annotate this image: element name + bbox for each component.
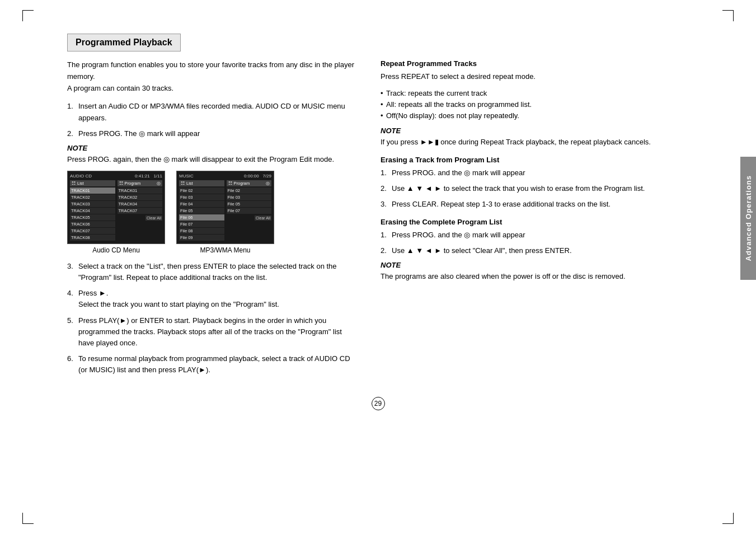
prog-col-header-mp3: ☷Program◎ bbox=[227, 180, 272, 186]
list-col-audio: ☷List TRACK01 TRACK02 TRACK03 TRACK04 TR… bbox=[70, 180, 115, 241]
mp3-prog-07: File 07 bbox=[227, 208, 272, 214]
audio-track-02: TRACK02 bbox=[70, 194, 115, 200]
intro-line1: The program function enables you to stor… bbox=[67, 59, 358, 94]
step-2: 2. Press PROG. The ◎ mark will appear bbox=[67, 128, 358, 139]
erase-complete-step-2: 2. Use ▲ ▼ ◄ ► to select "Clear All", th… bbox=[381, 245, 672, 256]
page-number: 29 bbox=[372, 397, 385, 410]
mp3-file-07: File 07 bbox=[179, 221, 224, 227]
erase-step-2: 2. Use ▲ ▼ ◄ ► to select the track that … bbox=[381, 183, 672, 194]
mp3-prog-02: File 02 bbox=[227, 188, 272, 194]
mp3-screen-label: MP3/WMA Menu bbox=[200, 246, 250, 254]
prog-col-header-audio: ☷Program◎ bbox=[118, 180, 163, 186]
repeat-note-text: If you press ►►▮ once during Repeat Trac… bbox=[381, 137, 672, 148]
mp3-file-04: File 04 bbox=[179, 201, 224, 207]
audio-track-07: TRACK07 bbox=[70, 228, 115, 234]
section-title: Programmed Playback bbox=[76, 38, 172, 47]
audio-screen-label: Audio CD Menu bbox=[92, 246, 140, 254]
erase-complete-title: Erasing the Complete Program List bbox=[381, 218, 672, 226]
list-col-header-audio: ☷List bbox=[70, 180, 115, 186]
step-1: 1. Insert an Audio CD or MP3/WMA files r… bbox=[67, 101, 358, 123]
screens-container: AUDIO CD 0:41:21 1/11 ☷List TRACK01 TRAC… bbox=[67, 171, 358, 254]
audio-cd-screen-wrapper: AUDIO CD 0:41:21 1/11 ☷List TRACK01 TRAC… bbox=[67, 171, 165, 254]
mp3-screen-wrapper: MUSIC 0:00:00 7/29 ☷List File 02 File 03 bbox=[176, 171, 274, 254]
audio-prog-01: TRACK01 bbox=[118, 188, 163, 194]
audio-cd-screen: AUDIO CD 0:41:21 1/11 ☷List TRACK01 TRAC… bbox=[67, 171, 165, 244]
mp3-file-06: File 06 bbox=[179, 214, 224, 221]
mp3-file-03: File 03 bbox=[179, 194, 224, 200]
screen-time-audio: 0:41:21 1/11 bbox=[135, 174, 162, 179]
section-title-box: Programmed Playback bbox=[67, 34, 181, 51]
corner-mark-br bbox=[722, 513, 734, 524]
steps-list-1: 1. Insert an Audio CD or MP3/WMA files r… bbox=[67, 101, 358, 139]
mp3-prog-03: File 03 bbox=[227, 194, 272, 200]
page-container: Advanced Operations Programmed Playback … bbox=[0, 0, 756, 534]
erase-complete-step-1: 1. Press PROG. and the ◎ mark will appea… bbox=[381, 229, 672, 241]
side-tab: Advanced Operations bbox=[740, 157, 756, 280]
screen-header-audio: AUDIO CD 0:41:21 1/11 bbox=[70, 174, 162, 179]
step-5: 5. Press PLAY(►) or ENTER to start. Play… bbox=[67, 315, 358, 349]
screen-title-audio: AUDIO CD bbox=[70, 174, 92, 179]
repeat-bullets: Track: repeats the current track All: re… bbox=[381, 88, 672, 121]
step-4: 4. Press ►.Select the track you want to … bbox=[67, 288, 358, 310]
corner-mark-bl bbox=[22, 513, 34, 524]
erase-track-steps: 1. Press PROG. and the ◎ mark will appea… bbox=[381, 167, 672, 210]
list-col-header-mp3: ☷List bbox=[179, 180, 224, 186]
mp3-file-02: File 02 bbox=[179, 188, 224, 194]
mp3-screen: MUSIC 0:00:00 7/29 ☷List File 02 File 03 bbox=[176, 171, 274, 244]
repeat-bullet-2: All: repeats all the tracks on programme… bbox=[381, 99, 672, 110]
prog-col-audio: ☷Program◎ TRACK01 TRACK02 TRACK04 TRACK0… bbox=[118, 180, 163, 241]
step-3: 3. Select a track on the "List", then pr… bbox=[67, 261, 358, 283]
right-column: Repeat Programmed Tracks Press REPEAT to… bbox=[381, 59, 672, 380]
mp3-file-09: File 09 bbox=[179, 235, 224, 241]
mp3-clear-btn: Clear All bbox=[255, 216, 271, 221]
mp3-file-05: File 05 bbox=[179, 208, 224, 214]
audio-prog-04: TRACK04 bbox=[118, 201, 163, 207]
side-tab-label: Advanced Operations bbox=[744, 175, 753, 261]
note-label-1: NOTE bbox=[67, 144, 358, 152]
mp3-prog-05: File 05 bbox=[227, 201, 272, 207]
audio-track-03: TRACK03 bbox=[70, 201, 115, 207]
left-column: The program function enables you to stor… bbox=[67, 59, 358, 380]
step-6: 6. To resume normal playback from progra… bbox=[67, 353, 358, 376]
screen-title-mp3: MUSIC bbox=[179, 174, 194, 179]
repeat-intro: Press REPEAT to select a desired repeat … bbox=[381, 71, 672, 82]
erase-step-3: 3. Press CLEAR. Repeat step 1-3 to erase… bbox=[381, 199, 672, 210]
corner-mark-tl bbox=[22, 10, 34, 21]
repeat-bullet-3: Off(No display): does not play repeatedl… bbox=[381, 110, 672, 121]
screen-header-mp3: MUSIC 0:00:00 7/29 bbox=[179, 174, 271, 179]
audio-prog-02: TRACK02 bbox=[118, 194, 163, 200]
prog-col-mp3: ☷Program◎ File 02 File 03 File 05 File 0… bbox=[227, 180, 272, 241]
audio-clear-btn: Clear All bbox=[145, 216, 162, 221]
audio-track-08: TRACK08 bbox=[70, 235, 115, 241]
screen-cols-mp3: ☷List File 02 File 03 File 04 File 05 Fi… bbox=[179, 180, 271, 241]
audio-prog-07: TRACK07 bbox=[118, 208, 163, 214]
page-number-area: 29 bbox=[67, 397, 689, 410]
erase-track-title: Erasing a Track from Program List bbox=[381, 156, 672, 164]
main-content: Programmed Playback The program function… bbox=[67, 34, 689, 410]
audio-track-04: TRACK04 bbox=[70, 208, 115, 214]
list-col-mp3: ☷List File 02 File 03 File 04 File 05 Fi… bbox=[179, 180, 224, 241]
note-text-1: Press PROG. again, then the ◎ mark will … bbox=[67, 154, 358, 165]
bottom-note-text: The programs are also cleared when the p… bbox=[381, 271, 672, 282]
audio-track-05: TRACK05 bbox=[70, 214, 115, 221]
repeat-bullet-1: Track: repeats the current track bbox=[381, 88, 672, 99]
corner-mark-tr bbox=[722, 10, 734, 21]
audio-track-01: TRACK01 bbox=[70, 188, 115, 194]
screen-time-mp3: 0:00:00 7/29 bbox=[244, 174, 271, 179]
erase-step-1: 1. Press PROG. and the ◎ mark will appea… bbox=[381, 167, 672, 179]
two-column-layout: The program function enables you to stor… bbox=[67, 59, 689, 380]
erase-complete-steps: 1. Press PROG. and the ◎ mark will appea… bbox=[381, 229, 672, 256]
bottom-note-label: NOTE bbox=[381, 261, 672, 269]
mp3-file-08: File 08 bbox=[179, 228, 224, 234]
steps-list-2: 3. Select a track on the "List", then pr… bbox=[67, 261, 358, 376]
repeat-title: Repeat Programmed Tracks bbox=[381, 59, 672, 68]
repeat-note-label: NOTE bbox=[381, 127, 672, 135]
screen-cols-audio: ☷List TRACK01 TRACK02 TRACK03 TRACK04 TR… bbox=[70, 180, 162, 241]
audio-track-06: TRACK06 bbox=[70, 221, 115, 227]
